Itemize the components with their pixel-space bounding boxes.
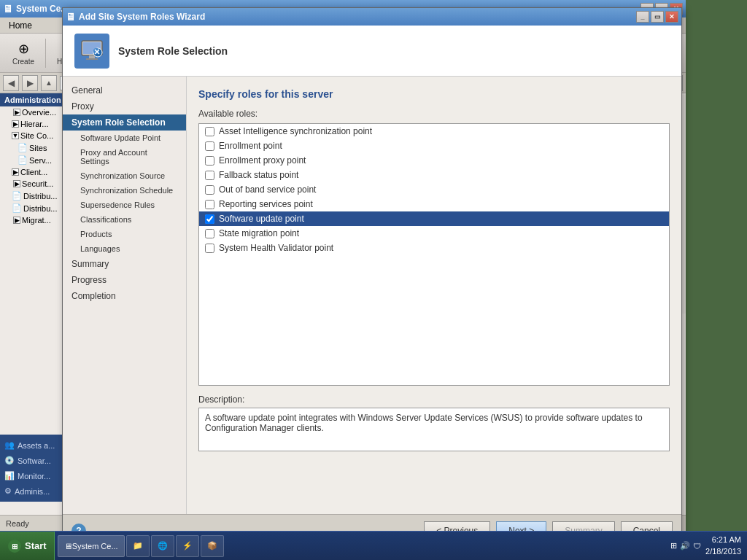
wizard-nav-proxy-label: Proxy xyxy=(71,101,94,112)
toolbar-separator-1 xyxy=(45,39,46,68)
role-checkbox-out-of-band[interactable] xyxy=(205,185,214,195)
wizard-nav-proxy-account[interactable]: Proxy and Account Settings xyxy=(63,145,186,168)
wizard-content-title: Specify roles for this server xyxy=(198,88,670,100)
role-checkbox-enrollment-proxy[interactable] xyxy=(205,156,214,166)
wizard-title-text: Add Site System Roles Wizard xyxy=(79,12,205,22)
role-item-out-of-band[interactable]: Out of band service point xyxy=(199,182,669,197)
nav-monitor[interactable]: 📊 Monitor... xyxy=(0,468,66,483)
tree-item-migrat[interactable]: ▶ Migrat... xyxy=(0,214,65,226)
role-item-enrollment[interactable]: Enrollment point xyxy=(199,139,669,153)
role-item-enrollment-proxy[interactable]: Enrollment proxy point xyxy=(199,153,669,168)
wizard-header: System Role Selection xyxy=(63,26,681,77)
taskbar-item-file[interactable]: 📁 xyxy=(126,535,150,557)
wizard-nav-languages[interactable]: Languages xyxy=(63,241,186,256)
left-bottom-nav: 👥 Assets a... 💿 Softwar... 📊 Monitor... … xyxy=(0,435,66,502)
expand-icon-migrat[interactable]: ▶ xyxy=(13,217,20,224)
svg-rect-2 xyxy=(89,55,95,58)
role-label-fallback: Fallback status point xyxy=(219,170,298,180)
taskbar-item-syscenter[interactable]: 🖥 System Ce... xyxy=(58,535,125,557)
wizard-nav-summary[interactable]: Summary xyxy=(63,256,186,272)
role-item-asset-intelligence[interactable]: Asset Intelligence synchronization point xyxy=(199,124,669,139)
expand-icon-security[interactable]: ▶ xyxy=(13,180,20,187)
tree-item-distrib1[interactable]: 📄 Distribu... xyxy=(0,190,65,202)
monitor-icon: 📊 xyxy=(4,471,15,481)
taskbar-right: ⊞ 🔊 🛡 6:21 AM 2/18/2013 xyxy=(665,534,747,557)
wizard-nav-progress[interactable]: Progress xyxy=(63,272,186,288)
up-button[interactable]: ▲ xyxy=(41,75,57,91)
tree-item-servers[interactable]: 📄 Serv... xyxy=(0,154,65,166)
taskbar-item-app[interactable]: 📦 xyxy=(201,535,224,557)
wizard-close-button[interactable]: ✕ xyxy=(665,11,678,23)
role-checkbox-state-migration[interactable] xyxy=(205,229,214,238)
wizard-nav-sup-label: Software Update Point xyxy=(80,133,160,142)
taskbar-clock: 6:21 AM 2/18/2013 xyxy=(705,534,741,557)
nav-admin[interactable]: ⚙ Adminis... xyxy=(0,483,66,499)
role-checkbox-asset-intelligence[interactable] xyxy=(205,127,214,136)
tree-item-overview[interactable]: ▶ Overvie... xyxy=(0,106,65,118)
tree-label-hierarchy: Hierar... xyxy=(20,120,49,128)
wizard-window-controls: _ ▭ ✕ xyxy=(636,11,678,23)
wizard-nav-sup[interactable]: Software Update Point xyxy=(63,131,186,145)
expand-icon-client[interactable]: ▶ xyxy=(12,168,19,176)
start-orb-icon: ⊞ xyxy=(7,539,22,553)
wizard-nav-sync-source-label: Synchronization Source xyxy=(80,171,165,180)
forward-button[interactable]: ▶ xyxy=(22,75,38,91)
expand-icon-overview[interactable]: ▶ xyxy=(13,109,20,116)
wizard-nav-completion[interactable]: Completion xyxy=(63,288,186,304)
tree-item-site[interactable]: ▼ Site Co... xyxy=(0,130,65,141)
tree-icon-servers: 📄 xyxy=(18,155,28,165)
back-button[interactable]: ◀ xyxy=(3,75,19,91)
role-label-enrollment: Enrollment point xyxy=(219,141,282,151)
wizard-nav-supersedence[interactable]: Supersedence Rules xyxy=(63,198,186,212)
role-checkbox-enrollment[interactable] xyxy=(205,141,214,151)
expand-icon-site[interactable]: ▼ xyxy=(12,132,19,139)
tree-label-client: Client... xyxy=(20,168,47,176)
role-item-system-health[interactable]: System Health Validator point xyxy=(199,241,669,255)
wizard-minimize-button[interactable]: _ xyxy=(636,11,649,23)
tree-icon-sites: 📄 xyxy=(18,143,28,152)
wizard-restore-button[interactable]: ▭ xyxy=(651,11,664,23)
wizard-nav-general[interactable]: General xyxy=(63,82,186,98)
role-checkbox-fallback[interactable] xyxy=(205,171,214,180)
role-checkbox-software-update[interactable] xyxy=(205,214,214,224)
expand-icon-hierarchy[interactable]: ▶ xyxy=(12,120,19,128)
wizard-nav: General Proxy System Role Selection Soft… xyxy=(63,77,187,514)
role-label-asset-intelligence: Asset Intelligence synchronization point xyxy=(219,126,372,136)
wizard-nav-classifications[interactable]: Classifications xyxy=(63,212,186,227)
menu-home[interactable]: Home xyxy=(3,19,38,32)
roles-list: Asset Intelligence synchronization point… xyxy=(198,123,670,386)
wizard-nav-supersedence-label: Supersedence Rules xyxy=(80,201,155,209)
wizard-nav-proxy[interactable]: Proxy xyxy=(63,98,186,114)
syscenter-icon: 🖥 xyxy=(3,3,13,15)
wizard-nav-sync-schedule[interactable]: Synchronization Schedule xyxy=(63,183,186,198)
syscenter-title: System Ce... xyxy=(16,4,68,14)
role-item-reporting[interactable]: Reporting services point xyxy=(199,197,669,211)
role-item-software-update[interactable]: Software update point xyxy=(199,211,669,226)
tree-item-distrib2[interactable]: 📄 Distribu... xyxy=(0,202,65,214)
tree-label-sites: Sites xyxy=(29,144,47,152)
software-icon: 💿 xyxy=(4,456,15,465)
tree-item-sites[interactable]: 📄 Sites xyxy=(0,141,65,154)
wizard-nav-products[interactable]: Products xyxy=(63,227,186,241)
tree-item-client[interactable]: ▶ Client... xyxy=(0,166,65,178)
powershell-icon: ⚡ xyxy=(182,541,193,551)
role-checkbox-reporting[interactable] xyxy=(205,200,214,209)
taskbar-icon-syscenter: 🖥 xyxy=(64,542,72,551)
taskbar-item-browser[interactable]: 🌐 xyxy=(151,535,174,557)
role-item-fallback[interactable]: Fallback status point xyxy=(199,168,669,182)
nav-software[interactable]: 💿 Softwar... xyxy=(0,453,66,468)
tree-item-security[interactable]: ▶ Securit... xyxy=(0,178,65,190)
wizard-nav-sync-source[interactable]: Synchronization Source xyxy=(63,168,186,183)
wizard-content: Specify roles for this server Available … xyxy=(187,77,681,514)
role-checkbox-system-health[interactable] xyxy=(205,244,214,253)
wizard-header-icon xyxy=(74,34,109,69)
role-item-state-migration[interactable]: State migration point xyxy=(199,226,669,241)
role-label-system-health: System Health Validator point xyxy=(219,243,333,253)
nav-assets[interactable]: 👥 Assets a... xyxy=(0,438,66,453)
taskbar: ⊞ Start 🖥 System Ce... 📁 🌐 ⚡ 📦 ⊞ 🔊 🛡 6:2… xyxy=(0,531,747,560)
start-button[interactable]: ⊞ Start xyxy=(0,532,55,560)
wizard-nav-system-role[interactable]: System Role Selection xyxy=(63,114,186,131)
create-button[interactable]: ⊕ Create xyxy=(6,36,41,69)
taskbar-item-ps[interactable]: ⚡ xyxy=(176,535,199,557)
tree-item-hierarchy[interactable]: ▶ Hierar... xyxy=(0,118,65,130)
